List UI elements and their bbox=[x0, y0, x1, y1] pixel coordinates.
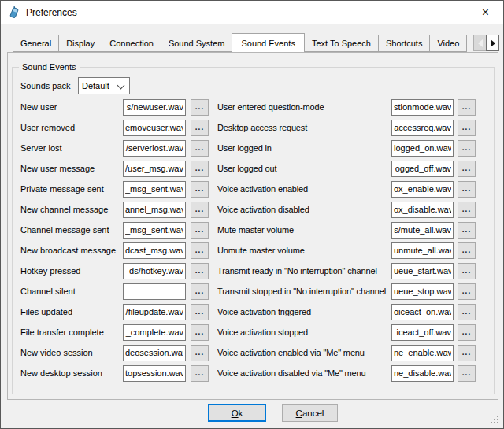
sound-file-input[interactable] bbox=[123, 202, 186, 218]
tab-label: Shortcuts bbox=[386, 39, 422, 48]
arrow-left-icon bbox=[478, 39, 483, 47]
event-label: Voice activation enabled bbox=[217, 184, 388, 194]
browse-button[interactable]: ... bbox=[191, 324, 209, 341]
browse-button[interactable]: ... bbox=[191, 140, 209, 157]
event-label: Desktop access request bbox=[217, 123, 388, 132]
browse-button[interactable]: ... bbox=[458, 324, 476, 341]
tab-scroll-right-button[interactable] bbox=[486, 35, 499, 51]
browse-button[interactable]: ... bbox=[458, 242, 476, 259]
sound-file-input[interactable] bbox=[391, 365, 454, 382]
preferences-dialog: Preferences × GeneralDisplayConnectionSo… bbox=[0, 0, 504, 429]
sound-event-row: New desktop session ... Voice activation… bbox=[20, 363, 477, 383]
tab-video[interactable]: Video bbox=[429, 35, 467, 52]
browse-button[interactable]: ... bbox=[458, 202, 476, 218]
sound-file-input[interactable] bbox=[391, 222, 454, 239]
sound-file-input[interactable] bbox=[391, 161, 454, 177]
event-label: Files updated bbox=[20, 307, 118, 316]
sound-file-input[interactable] bbox=[123, 345, 186, 361]
browse-button[interactable]: ... bbox=[191, 242, 209, 259]
browse-button[interactable]: ... bbox=[458, 304, 476, 320]
tab-shortcuts[interactable]: Shortcuts bbox=[378, 35, 430, 52]
app-icon bbox=[8, 6, 20, 19]
sounds-pack-select[interactable]: Default bbox=[78, 77, 130, 94]
event-label: Unmute master volume bbox=[217, 246, 388, 255]
browse-button[interactable]: ... bbox=[191, 365, 209, 382]
sound-file-input[interactable] bbox=[123, 242, 186, 259]
tab-scrollers bbox=[474, 35, 499, 51]
browse-button[interactable]: ... bbox=[458, 263, 476, 279]
cancel-button[interactable]: Cancel bbox=[282, 404, 338, 422]
browse-button[interactable]: ... bbox=[458, 120, 476, 136]
sound-events-list: New user ... User entered question-mode … bbox=[20, 97, 477, 383]
browse-button[interactable]: ... bbox=[191, 99, 209, 116]
browse-button[interactable]: ... bbox=[458, 140, 476, 157]
tab-bar: GeneralDisplayConnectionSound SystemSoun… bbox=[13, 33, 474, 52]
sound-file-input[interactable] bbox=[391, 283, 454, 300]
sound-event-row: Files updated ... Voice activation trigg… bbox=[20, 301, 477, 322]
event-label: New user bbox=[20, 102, 118, 112]
sound-event-row: Channel message sent ... Mute master vol… bbox=[20, 220, 477, 240]
browse-button[interactable]: ... bbox=[191, 222, 209, 239]
resize-grip[interactable] bbox=[491, 416, 500, 425]
browse-button[interactable]: ... bbox=[191, 161, 209, 177]
sound-file-input[interactable] bbox=[123, 120, 186, 136]
tab-display[interactable]: Display bbox=[58, 35, 102, 52]
sound-file-input[interactable] bbox=[391, 263, 454, 279]
browse-button[interactable]: ... bbox=[458, 222, 476, 239]
sound-file-input[interactable] bbox=[123, 181, 186, 198]
sound-file-input[interactable] bbox=[123, 324, 186, 341]
sound-file-input[interactable] bbox=[391, 140, 454, 157]
event-label: New user message bbox=[20, 164, 118, 173]
browse-button[interactable]: ... bbox=[458, 181, 476, 198]
sound-file-input[interactable] bbox=[391, 99, 454, 116]
sound-file-input[interactable] bbox=[123, 161, 186, 177]
tab-sound-events[interactable]: Sound Events bbox=[232, 33, 305, 52]
tab-sound-system[interactable]: Sound System bbox=[161, 35, 233, 52]
sound-event-row: User removed ... Desktop access request … bbox=[20, 117, 477, 138]
browse-button[interactable]: ... bbox=[458, 283, 476, 300]
ok-button[interactable]: Ok bbox=[208, 404, 266, 422]
sound-file-input[interactable] bbox=[391, 242, 454, 259]
sound-file-input[interactable] bbox=[123, 263, 186, 279]
window-title: Preferences bbox=[26, 7, 77, 18]
browse-button[interactable]: ... bbox=[191, 202, 209, 218]
sound-file-input[interactable] bbox=[391, 324, 454, 341]
event-label: Mute master volume bbox=[217, 225, 388, 235]
browse-button[interactable]: ... bbox=[191, 283, 209, 300]
tab-text-to-speech[interactable]: Text To Speech bbox=[304, 35, 379, 52]
sound-event-row: Hotkey pressed ... Transmit ready in "No… bbox=[20, 261, 477, 281]
close-icon[interactable]: × bbox=[468, 1, 503, 24]
browse-button[interactable]: ... bbox=[191, 304, 209, 320]
browse-button[interactable]: ... bbox=[191, 345, 209, 361]
sound-file-input[interactable] bbox=[391, 120, 454, 136]
event-label: File transfer complete bbox=[20, 327, 118, 337]
event-label: New desktop session bbox=[20, 368, 118, 378]
sound-file-input[interactable] bbox=[123, 304, 186, 320]
sound-file-input[interactable] bbox=[123, 283, 186, 300]
event-label: Server lost bbox=[20, 143, 118, 153]
sound-event-row: New video session ... Voice activation e… bbox=[20, 342, 477, 363]
tab-connection[interactable]: Connection bbox=[102, 35, 161, 52]
browse-button[interactable]: ... bbox=[458, 99, 476, 116]
sound-file-input[interactable] bbox=[123, 99, 186, 116]
event-label: New channel message bbox=[20, 205, 118, 214]
sound-file-input[interactable] bbox=[391, 304, 454, 320]
browse-button[interactable]: ... bbox=[458, 345, 476, 361]
sound-file-input[interactable] bbox=[123, 365, 186, 382]
browse-button[interactable]: ... bbox=[458, 365, 476, 382]
tab-scroll-left-button[interactable] bbox=[473, 35, 487, 51]
event-label: Voice activation stopped bbox=[217, 327, 388, 337]
browse-button[interactable]: ... bbox=[191, 120, 209, 136]
sound-file-input[interactable] bbox=[391, 181, 454, 198]
sound-event-row: New channel message ... Voice activation… bbox=[20, 199, 477, 220]
sound-file-input[interactable] bbox=[391, 345, 454, 361]
sound-file-input[interactable] bbox=[391, 202, 454, 218]
browse-button[interactable]: ... bbox=[458, 161, 476, 177]
sound-file-input[interactable] bbox=[123, 222, 186, 239]
sound-file-input[interactable] bbox=[123, 140, 186, 157]
tab-general[interactable]: General bbox=[13, 35, 59, 52]
browse-button[interactable]: ... bbox=[191, 181, 209, 198]
event-label: Voice activation disabled bbox=[217, 205, 388, 214]
browse-button[interactable]: ... bbox=[191, 263, 209, 279]
event-label: New video session bbox=[20, 348, 118, 357]
